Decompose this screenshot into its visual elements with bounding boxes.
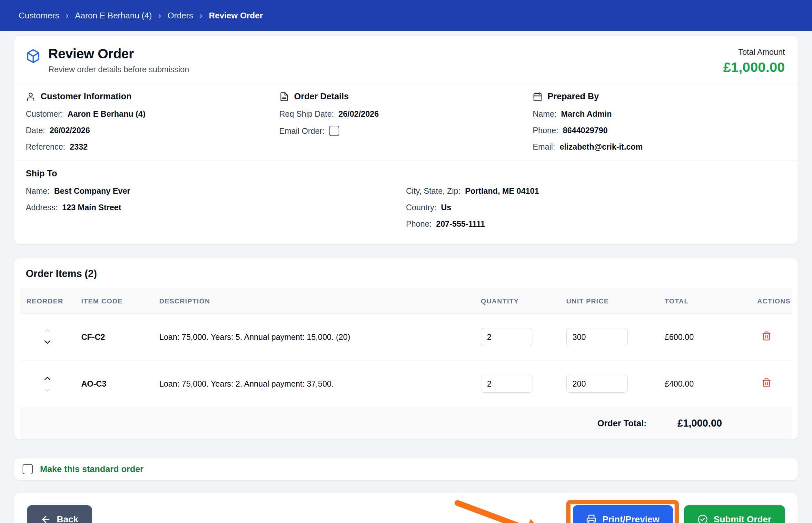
column-header-unit-price: Unit Price	[560, 289, 658, 314]
item-code-cell: CF-C2	[75, 314, 153, 360]
chevron-down-icon	[42, 337, 53, 347]
chevron-up-icon	[43, 327, 51, 335]
reference-field: Reference: 2332	[26, 142, 279, 151]
order-details-section: Order Details Req Ship Date: 26/02/2026 …	[279, 92, 533, 159]
annotation-arrow	[446, 498, 549, 523]
prepared-name-field: Name: March Admin	[533, 109, 786, 119]
email-order-checkbox[interactable]	[329, 126, 339, 136]
check-circle-icon	[698, 514, 708, 523]
ship-country-field: Country: Us	[406, 203, 786, 212]
description-cell: Loan: 75,000. Years: 5. Annual payment: …	[153, 314, 474, 360]
customer-field: Customer: Aaron E Berhanu (4)	[26, 109, 279, 119]
back-button[interactable]: Back	[27, 505, 92, 523]
review-order-header: Review Order Review order details before…	[14, 36, 798, 83]
ship-phone-field: Phone: 207-555-1111	[406, 219, 786, 229]
trash-icon	[762, 378, 771, 387]
standard-order-checkbox[interactable]	[22, 464, 33, 474]
order-total-value: £1,000.00	[658, 407, 751, 440]
move-down-button[interactable]	[42, 337, 53, 347]
prepared-by-title: Prepared By	[547, 92, 599, 102]
page-subtitle: Review order details before submission	[48, 65, 189, 74]
calendar-icon	[533, 92, 542, 102]
package-icon	[26, 46, 41, 64]
breadcrumb-separator-icon: ›	[66, 11, 69, 21]
unit-price-input[interactable]	[566, 375, 628, 393]
order-items-table: Reorder Item Code Description Quantity U…	[20, 289, 792, 439]
customer-information-title: Customer Information	[41, 92, 131, 102]
row-total-cell: £400.00	[658, 360, 751, 407]
column-header-description: Description	[153, 289, 474, 314]
user-icon	[26, 92, 35, 102]
delete-item-button[interactable]	[757, 331, 771, 341]
unit-price-input[interactable]	[566, 328, 628, 346]
order-total-row: Order Total: £1,000.00	[20, 407, 792, 440]
chevron-up-icon	[42, 373, 53, 384]
delete-item-button[interactable]	[757, 378, 771, 387]
row-total-cell: £600.00	[658, 314, 751, 360]
breadcrumb-item-customer-name[interactable]: Aaron E Berhanu (4)	[75, 11, 151, 21]
review-order-card: Review Order Review order details before…	[14, 35, 798, 245]
order-info-grid: Customer Information Customer: Aaron E B…	[14, 83, 798, 161]
trash-icon	[762, 331, 771, 341]
standard-order-card: Make this standard order	[14, 458, 798, 481]
ship-name-field: Name: Best Company Ever	[26, 186, 406, 196]
breadcrumb-separator-icon: ›	[200, 11, 202, 21]
breadcrumb-item-customers[interactable]: Customers	[19, 11, 59, 21]
submit-order-button[interactable]: Submit Order	[684, 505, 785, 523]
ship-to-title: Ship To	[26, 169, 786, 179]
breadcrumb-item-orders[interactable]: Orders	[168, 11, 193, 21]
footer-actions-bar: Back Print/Preview Submit Order	[14, 493, 798, 523]
prepared-email-field: Email: elizabeth@crik-it.com	[533, 142, 786, 151]
table-header-row: Reorder Item Code Description Quantity U…	[20, 289, 792, 314]
ship-address-field: Address: 123 Main Street	[26, 203, 406, 212]
description-cell: Loan: 75,000. Years: 2. Annual payment: …	[153, 360, 474, 407]
prepared-by-section: Prepared By Name: March Admin Phone: 864…	[533, 92, 786, 159]
table-row: CF-C2 Loan: 75,000. Years: 5. Annual pay…	[20, 314, 792, 360]
order-details-title: Order Details	[294, 92, 349, 102]
ship-city-state-zip-field: City, State, Zip: Portland, ME 04101	[406, 186, 786, 196]
move-down-button[interactable]	[43, 386, 51, 394]
total-amount-label: Total Amount	[723, 48, 785, 57]
column-header-actions: Actions	[751, 289, 792, 314]
req-ship-date-field: Req Ship Date: 26/02/2026	[279, 109, 533, 119]
email-order-field: Email Order:	[279, 126, 533, 136]
document-icon	[279, 92, 289, 102]
print-preview-button[interactable]: Print/Preview	[573, 505, 673, 523]
date-field: Date: 26/02/2026	[26, 126, 279, 135]
ship-to-section: Ship To Name: Best Company Ever Address:…	[14, 161, 798, 244]
main-content: Review Order Review order details before…	[0, 31, 812, 523]
arrow-left-icon	[41, 514, 51, 523]
column-header-quantity: Quantity	[474, 289, 560, 314]
breadcrumb-separator-icon: ›	[158, 11, 161, 21]
page-title: Review Order	[48, 46, 189, 61]
order-total-label: Order Total:	[20, 407, 658, 440]
order-items-card: Order Items (2) Reorder Item Code Descri…	[14, 258, 798, 440]
order-items-title: Order Items (2)	[26, 268, 792, 279]
item-code-cell: AO-C3	[75, 360, 153, 407]
column-header-item-code: Item Code	[75, 289, 153, 314]
column-header-total: Total	[658, 289, 751, 314]
printer-icon	[586, 514, 597, 523]
move-up-button[interactable]	[43, 327, 51, 335]
quantity-input[interactable]	[481, 375, 533, 393]
move-up-button[interactable]	[42, 373, 53, 384]
total-amount-value: £1,000.00	[723, 59, 785, 75]
standard-order-label: Make this standard order	[40, 464, 144, 474]
chevron-down-icon	[43, 386, 51, 394]
table-row: AO-C3 Loan: 75,000. Years: 2. Annual pay…	[20, 360, 792, 407]
prepared-phone-field: Phone: 8644029790	[533, 126, 786, 135]
breadcrumb: Customers › Aaron E Berhanu (4) › Orders…	[0, 0, 812, 31]
customer-information-section: Customer Information Customer: Aaron E B…	[26, 92, 279, 159]
breadcrumb-item-review-order: Review Order	[209, 11, 263, 21]
column-header-reorder: Reorder	[20, 289, 75, 314]
quantity-input[interactable]	[481, 328, 533, 346]
